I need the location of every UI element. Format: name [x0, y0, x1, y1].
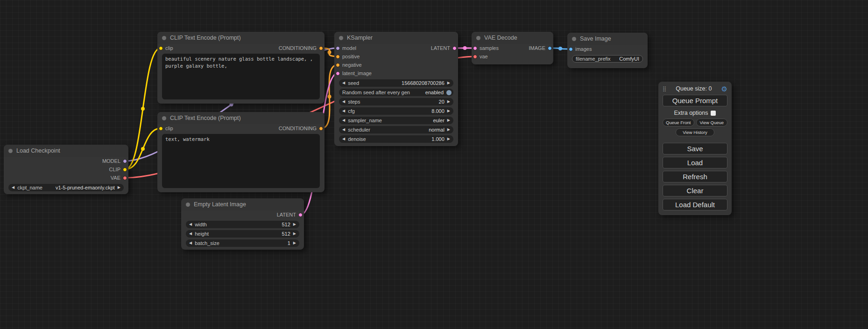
- queue-front-button[interactable]: Queue Front: [663, 119, 694, 126]
- prompt-textarea[interactable]: text, watermark: [162, 134, 320, 188]
- arrow-right-icon[interactable]: ▶: [447, 81, 450, 85]
- arrow-right-icon[interactable]: ▶: [447, 119, 450, 122]
- output-port-clip-dot[interactable]: [123, 168, 127, 172]
- widget-filename-prefix[interactable]: filename_prefixComfyUI: [572, 55, 643, 63]
- input-port-clip-dot[interactable]: [159, 46, 163, 50]
- collapse-dot[interactable]: [572, 37, 576, 41]
- widget-cfg[interactable]: ◀cfg8.000▶: [339, 107, 453, 115]
- output-port-image-dot[interactable]: [548, 46, 552, 50]
- node-empty-latent-image[interactable]: Empty Latent ImageLATENT◀width512▶◀heigh…: [181, 198, 304, 250]
- queue-prompt-button[interactable]: Queue Prompt: [663, 95, 727, 106]
- widget-value: 1.000: [431, 136, 445, 142]
- output-port-conditioning-dot[interactable]: [319, 46, 323, 50]
- node-clip-text-encode-prompt[interactable]: CLIP Text Encode (Prompt)clipCONDITIONIN…: [157, 112, 325, 192]
- collapse-dot[interactable]: [186, 203, 190, 207]
- arrow-left-icon[interactable]: ◀: [12, 186, 14, 189]
- input-port-clip-dot[interactable]: [159, 126, 163, 131]
- port-row: modelLATENT: [334, 44, 458, 52]
- widget-width[interactable]: ◀width512▶: [186, 221, 299, 228]
- arrow-left-icon[interactable]: ◀: [342, 128, 345, 132]
- node-title-bar[interactable]: CLIP Text Encode (Prompt): [157, 112, 325, 124]
- arrow-left-icon[interactable]: ◀: [342, 81, 345, 85]
- node-title-bar[interactable]: Save Image: [567, 33, 648, 45]
- arrow-left-icon[interactable]: ◀: [342, 100, 345, 104]
- widget-height[interactable]: ◀height512▶: [186, 230, 299, 238]
- node-save-image[interactable]: Save Imageimagesfilename_prefixComfyUI: [567, 33, 648, 68]
- node-clip-text-encode-prompt[interactable]: CLIP Text Encode (Prompt)clipCONDITIONIN…: [157, 32, 325, 104]
- view-queue-button[interactable]: View Queue: [696, 119, 728, 126]
- arrow-right-icon[interactable]: ▶: [447, 100, 450, 104]
- arrow-left-icon[interactable]: ◀: [189, 223, 192, 226]
- node-title-bar[interactable]: VAE Decode: [472, 32, 553, 44]
- clear-button[interactable]: Clear: [663, 185, 727, 196]
- output-port-latent-dot[interactable]: [452, 46, 457, 50]
- output-port-conditioning-dot[interactable]: [319, 126, 323, 131]
- arrow-right-icon[interactable]: ▶: [447, 137, 450, 141]
- widget-denoise[interactable]: ◀denoise1.000▶: [339, 135, 453, 143]
- extra-options-checkbox[interactable]: [711, 111, 716, 116]
- node-title-bar[interactable]: CLIP Text Encode (Prompt): [157, 32, 325, 44]
- node-title-bar[interactable]: KSampler: [334, 32, 458, 44]
- wire-midpoint-dot: [328, 95, 332, 98]
- widget-label: filename_prefix: [576, 56, 611, 62]
- arrow-right-icon[interactable]: ▶: [447, 109, 450, 113]
- input-port-samples-dot[interactable]: [473, 46, 477, 50]
- node-vae-decode[interactable]: VAE DecodesamplesIMAGEvae: [472, 32, 553, 64]
- port-row: positive: [334, 52, 458, 61]
- arrow-left-icon[interactable]: ◀: [189, 232, 192, 236]
- toggle-knob[interactable]: [446, 90, 452, 95]
- gear-icon[interactable]: ⚙: [721, 85, 727, 92]
- port-row: VAE: [4, 174, 128, 182]
- input-port-images-dot[interactable]: [569, 47, 573, 51]
- widget-steps[interactable]: ◀steps20▶: [339, 98, 453, 105]
- collapse-dot[interactable]: [162, 116, 166, 120]
- prompt-textarea[interactable]: beautiful scenery nature glass bottle la…: [162, 54, 320, 99]
- widget-value: euler: [433, 118, 444, 123]
- node-title: VAE Decode: [484, 35, 517, 41]
- input-port-vae-dot[interactable]: [473, 55, 477, 59]
- widget-label: width: [195, 222, 207, 227]
- output-port-vae-dot[interactable]: [123, 176, 127, 180]
- collapse-dot[interactable]: [8, 149, 13, 153]
- load-default-button[interactable]: Load Default: [663, 199, 727, 210]
- arrow-left-icon[interactable]: ◀: [342, 137, 345, 141]
- widget-batch-size[interactable]: ◀batch_size1▶: [186, 239, 299, 247]
- input-port-model-dot[interactable]: [336, 46, 340, 50]
- collapse-dot[interactable]: [476, 36, 480, 40]
- arrow-right-icon[interactable]: ▶: [293, 223, 296, 226]
- arrow-left-icon[interactable]: ◀: [342, 119, 345, 122]
- widget-seed[interactable]: ◀seed156680208700286▶: [339, 79, 453, 87]
- drag-handle-icon[interactable]: ⣿: [663, 86, 666, 92]
- input-port-label: images: [575, 46, 592, 52]
- view-history-button[interactable]: View History: [676, 128, 714, 136]
- port-row: MODEL: [4, 157, 128, 165]
- output-port-model-dot[interactable]: [123, 159, 127, 163]
- arrow-right-icon[interactable]: ▶: [293, 241, 296, 245]
- arrow-right-icon[interactable]: ▶: [293, 232, 296, 236]
- widget-scheduler[interactable]: ◀schedulernormal▶: [339, 126, 453, 133]
- save-button[interactable]: Save: [663, 143, 727, 154]
- node-load-checkpoint[interactable]: Load CheckpointMODELCLIPVAE◀ckpt_namev1-…: [4, 145, 128, 194]
- arrow-right-icon[interactable]: ▶: [118, 186, 120, 189]
- arrow-left-icon[interactable]: ◀: [342, 109, 345, 113]
- collapse-dot[interactable]: [339, 36, 343, 40]
- widget-sampler-name[interactable]: ◀sampler_nameeuler▶: [339, 117, 453, 124]
- widget-random-seed-after-every-gen[interactable]: Random seed after every genenabled: [339, 89, 453, 96]
- node-title-bar[interactable]: Empty Latent Image: [181, 198, 304, 210]
- output-port-label: MODEL: [102, 158, 120, 164]
- widget-ckpt-name[interactable]: ◀ckpt_namev1-5-pruned-emaonly.ckpt▶: [8, 184, 124, 191]
- panel-header: ⣿ Queue size: 0 ⚙: [663, 84, 727, 93]
- node-title-bar[interactable]: Load Checkpoint: [4, 145, 128, 157]
- arrow-left-icon[interactable]: ◀: [189, 241, 192, 245]
- output-port-label: CONDITIONING: [279, 45, 317, 51]
- node-graph-canvas[interactable]: Load CheckpointMODELCLIPVAE◀ckpt_namev1-…: [0, 0, 868, 329]
- input-port-positive-dot[interactable]: [336, 55, 340, 59]
- collapse-dot[interactable]: [162, 36, 166, 40]
- input-port-latent-image-dot[interactable]: [336, 71, 340, 76]
- input-port-negative-dot[interactable]: [336, 63, 340, 67]
- refresh-button[interactable]: Refresh: [663, 171, 727, 182]
- output-port-latent-dot[interactable]: [298, 213, 303, 217]
- arrow-right-icon[interactable]: ▶: [447, 128, 450, 132]
- node-ksampler[interactable]: KSamplermodelLATENTpositivenegativelaten…: [334, 32, 458, 146]
- load-button[interactable]: Load: [663, 157, 727, 168]
